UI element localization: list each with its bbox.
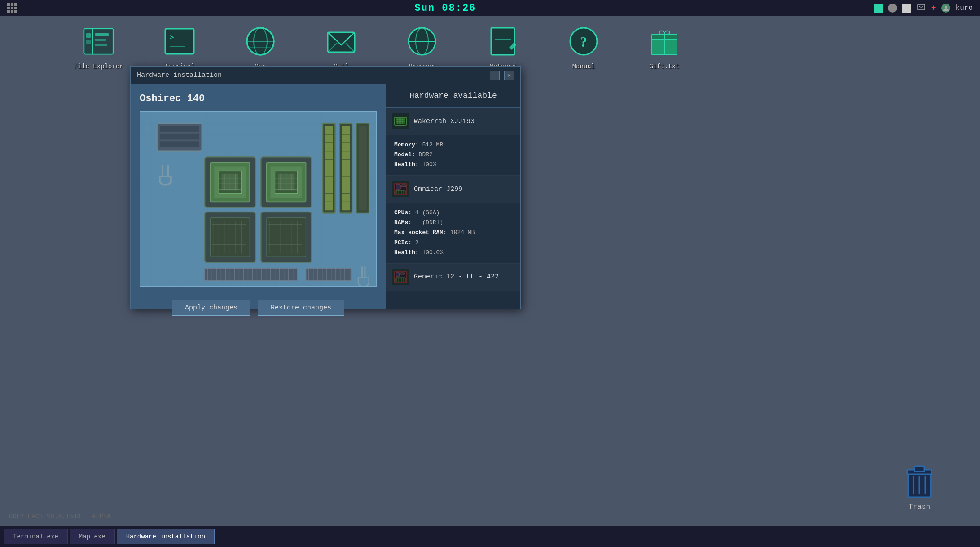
- hw-detail-cpus: CPUs: 4 (SGA): [394, 208, 512, 218]
- window-content: Oshirec 140: [131, 84, 520, 309]
- hardware-item-header-2[interactable]: Generic 12 - LL - 422: [386, 264, 520, 291]
- hw-name-1: Omnicar J299: [414, 185, 462, 193]
- status-icon-2[interactable]: [888, 4, 897, 13]
- right-panel: Hardware available: [386, 84, 520, 309]
- desktop-icon-map[interactable]: Map: [233, 23, 287, 70]
- status-icon-3[interactable]: [902, 4, 911, 13]
- svg-rect-9: [86, 40, 91, 44]
- icon-label-gift: Gift.txt: [649, 63, 679, 70]
- trash-label: Trash: [909, 503, 930, 511]
- svg-rect-40: [160, 134, 199, 140]
- app-grid-icon[interactable]: [7, 3, 17, 13]
- bottom-taskbar: Terminal.exe Map.exe Hardware installati…: [0, 526, 980, 547]
- clock: Sun 08:26: [414, 3, 476, 14]
- status-icon-4[interactable]: [917, 3, 926, 14]
- svg-rect-6: [95, 39, 106, 41]
- avatar-icon: [941, 4, 950, 13]
- hw-icon-generic: [392, 269, 409, 285]
- hardware-list[interactable]: Wakerrah XJJ193 Memory: 512 MB Model: DD…: [386, 108, 520, 309]
- desktop-icon-mail[interactable]: Mail: [314, 23, 368, 70]
- hw-name-2: Generic 12 - LL - 422: [414, 273, 499, 281]
- desktop-icon-browser[interactable]: Browser: [395, 23, 449, 70]
- taskbar-item-hardware[interactable]: Hardware installation: [117, 529, 215, 544]
- svg-rect-135: [306, 268, 351, 281]
- hardware-installation-window: Hardware installation _ ✕ Oshirec 140: [130, 66, 521, 309]
- hardware-item-2[interactable]: Generic 12 - LL - 422: [386, 264, 520, 291]
- window-controls: _ ✕: [490, 71, 514, 80]
- desktop-icon-file-explorer[interactable]: File Explorer: [72, 23, 126, 70]
- hw-detail-rams: RAMs: 1 (DDR1): [394, 218, 512, 228]
- hw-detail-model: Model: DDR2: [394, 150, 512, 160]
- svg-rect-41: [160, 141, 199, 147]
- desktop-icon-gift[interactable]: Gift.txt: [637, 23, 691, 70]
- svg-rect-114: [205, 268, 298, 281]
- svg-text:>_: >_: [170, 33, 179, 41]
- window-title: Hardware installation: [137, 71, 222, 79]
- svg-rect-164: [400, 273, 405, 274]
- minimize-button[interactable]: _: [490, 71, 500, 80]
- left-panel: Oshirec 140: [131, 84, 386, 309]
- top-bar-right: + kuro: [874, 3, 973, 14]
- hw-detail-pcis: PCIs: 2: [394, 238, 512, 248]
- svg-rect-7: [95, 44, 107, 46]
- svg-rect-156: [396, 190, 405, 194]
- machine-name: Oshirec 140: [140, 93, 377, 104]
- svg-rect-165: [396, 278, 405, 282]
- svg-point-1: [945, 6, 947, 9]
- status-icon-1[interactable]: [874, 4, 883, 13]
- svg-rect-39: [160, 126, 199, 132]
- taskbar-item-map[interactable]: Map.exe: [70, 529, 115, 544]
- status-icon-5[interactable]: +: [931, 4, 936, 13]
- hardware-panel-title: Hardware available: [386, 84, 520, 108]
- motherboard-area: [140, 111, 377, 287]
- username: kuro: [956, 4, 973, 12]
- window-titlebar: Hardware installation _ ✕: [131, 67, 520, 84]
- desktop-icons: File Explorer >_ Terminal Map: [72, 23, 691, 70]
- hw-detail-health-0: Health: 100%: [394, 160, 512, 170]
- hw-details-0: Memory: 512 MB Model: DDR2 Health: 100%: [386, 135, 520, 175]
- version-text: GREY HACK V0.6.1548 - ALPHA: [9, 513, 111, 520]
- restore-changes-button[interactable]: Restore changes: [258, 300, 344, 316]
- top-bar-left: [7, 3, 17, 13]
- icon-label-manual: Manual: [572, 63, 595, 70]
- hw-details-1: CPUs: 4 (SGA) RAMs: 1 (DDR1) Max socket …: [386, 203, 520, 263]
- svg-rect-113: [359, 126, 367, 210]
- button-row: Apply changes Restore changes: [140, 294, 377, 318]
- hardware-item-header-0[interactable]: Wakerrah XJJ193: [386, 108, 520, 135]
- apply-changes-button[interactable]: Apply changes: [172, 300, 250, 316]
- svg-rect-5: [95, 33, 109, 36]
- hw-icon-ram: [392, 113, 409, 129]
- hw-name-0: Wakerrah XJJ193: [414, 118, 475, 125]
- desktop-icon-manual[interactable]: ? Manual: [557, 23, 611, 70]
- hw-detail-memory: Memory: 512 MB: [394, 140, 512, 150]
- svg-rect-163: [396, 273, 400, 276]
- icon-label-file-explorer: File Explorer: [74, 63, 123, 70]
- svg-rect-173: [914, 466, 924, 472]
- svg-rect-154: [396, 185, 400, 189]
- hardware-item-0[interactable]: Wakerrah XJJ193 Memory: 512 MB Model: DD…: [386, 108, 520, 176]
- svg-rect-26: [491, 28, 514, 55]
- hardware-item-1[interactable]: Omnicar J299 CPUs: 4 (SGA) RAMs: 1 (DDR1…: [386, 176, 520, 263]
- hw-icon-mobo: [392, 181, 409, 197]
- taskbar-item-terminal[interactable]: Terminal.exe: [4, 529, 68, 544]
- close-button[interactable]: ✕: [504, 71, 514, 80]
- hw-detail-health-1: Health: 100.0%: [394, 248, 512, 258]
- svg-text:?: ?: [580, 34, 587, 50]
- desktop-icon-notepad[interactable]: Notepad: [476, 23, 530, 70]
- trash-icon-desktop[interactable]: Trash: [904, 464, 935, 511]
- svg-rect-8: [86, 33, 91, 38]
- svg-rect-155: [401, 185, 406, 187]
- svg-rect-19: [328, 32, 355, 52]
- top-bar: Sun 08:26 + kuro: [0, 0, 980, 16]
- hardware-item-header-1[interactable]: Omnicar J299: [386, 176, 520, 203]
- svg-rect-146: [396, 118, 405, 124]
- desktop-icon-terminal[interactable]: >_ Terminal: [153, 23, 207, 70]
- hw-detail-max-ram: Max socket RAM: 1024 MB: [394, 228, 512, 238]
